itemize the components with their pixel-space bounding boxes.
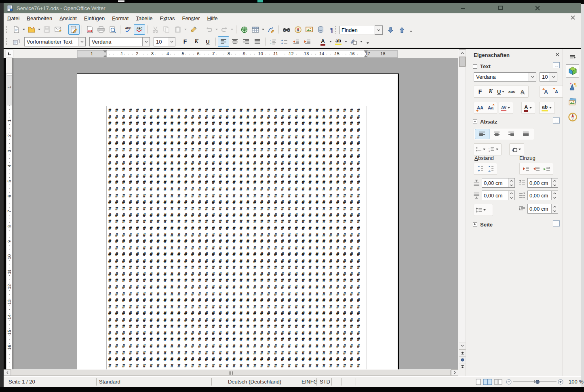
zoom-out-icon[interactable]: [506, 379, 512, 385]
align-right-button[interactable]: [240, 36, 252, 47]
paragraph-dialog-launcher-icon[interactable]: [553, 117, 560, 124]
auto-spellcheck-button[interactable]: ABC: [134, 24, 145, 35]
sidebar-align-center-button[interactable]: [489, 129, 504, 139]
find-dropdown[interactable]: [375, 25, 383, 35]
navigator-button[interactable]: [292, 24, 304, 35]
italic-button[interactable]: K: [191, 36, 202, 47]
document-page[interactable]: # # # # # # # # # # # # # # # # # # # # …: [77, 73, 399, 369]
navigate-by-button[interactable]: [459, 356, 466, 363]
vertical-scrollbar-thumb[interactable]: [459, 57, 466, 67]
data-sources-button[interactable]: [315, 24, 326, 35]
zoom-slider-thumb[interactable]: [536, 380, 540, 384]
tab-gallery[interactable]: [566, 95, 579, 108]
scroll-up-button[interactable]: [459, 49, 466, 57]
spin-down[interactable]: [508, 183, 514, 187]
numbered-list-button[interactable]: III: [268, 36, 279, 47]
status-zoom-level[interactable]: 100 %: [569, 379, 584, 385]
menu-fenster[interactable]: Fenster: [178, 14, 203, 23]
lowercase-button[interactable]: Aa: [485, 103, 496, 113]
collapse-icon[interactable]: [473, 119, 477, 124]
horizontal-scrollbar[interactable]: [4, 369, 458, 376]
chevron-down-icon[interactable]: [78, 38, 85, 46]
scroll-left-button[interactable]: [4, 369, 11, 376]
sidebar-font-size-combo[interactable]: 10: [540, 72, 557, 82]
text-shadow-button[interactable]: A: [517, 86, 527, 97]
insert-table-dropdown[interactable]: [262, 29, 264, 30]
background-color-button[interactable]: [348, 36, 359, 47]
numbered-list-dropdown[interactable]: [496, 149, 498, 150]
redo-button[interactable]: [219, 24, 230, 35]
decrease-indent-button[interactable]: [290, 36, 301, 47]
paragraph-style-combo[interactable]: Vorformatierter Text: [24, 37, 86, 46]
font-size-combo[interactable]: 10: [154, 37, 175, 46]
styles-button[interactable]: [11, 36, 22, 47]
line-spacing-dropdown[interactable]: [483, 209, 486, 211]
bullet-list-button[interactable]: [279, 36, 290, 47]
sidebar-underline-button[interactable]: U: [496, 86, 506, 97]
hash-block[interactable]: # # # # # # # # # # # # # # # # # # # # …: [106, 106, 367, 369]
toolbar-grip[interactable]: [6, 38, 8, 45]
switch-indent-button[interactable]: [542, 164, 552, 174]
export-pdf-button[interactable]: PDF: [84, 24, 95, 35]
zoom-slider-track[interactable]: [513, 382, 557, 382]
close-document-icon[interactable]: [571, 15, 575, 20]
expand-icon[interactable]: [473, 222, 477, 227]
chevron-down-icon[interactable]: [550, 73, 557, 81]
sidebar-bullet-list-button[interactable]: [475, 144, 487, 155]
page-dialog-launcher-icon[interactable]: [553, 220, 560, 226]
sidebar-highlight-dropdown[interactable]: [549, 107, 552, 109]
spin-up[interactable]: [508, 178, 514, 183]
shrink-font-button[interactable]: A: [551, 86, 562, 97]
status-page-number[interactable]: Seite 1 / 20: [8, 379, 35, 385]
page-section-header[interactable]: Seite: [473, 222, 493, 228]
draw-functions-button[interactable]: [265, 24, 276, 35]
below-paragraph-spacing-field[interactable]: 0,00 cm: [482, 191, 515, 200]
view-multiple-pages-icon[interactable]: [483, 379, 492, 385]
sidebar-font-name-combo[interactable]: Verdana: [474, 72, 536, 82]
find-previous-button[interactable]: [396, 25, 407, 35]
sidebar-close-icon[interactable]: [555, 52, 559, 57]
new-document-button[interactable]: [11, 24, 22, 35]
page-preview-button[interactable]: [107, 24, 118, 35]
sidebar-align-justify-button[interactable]: [519, 129, 533, 139]
line-spacing-button[interactable]: [475, 205, 488, 215]
cut-button[interactable]: [150, 24, 161, 35]
align-justify-button[interactable]: [252, 36, 263, 47]
horizontal-ruler[interactable]: 1123456789101112131415161718: [77, 50, 398, 58]
spin-up[interactable]: [552, 191, 558, 195]
spin-up[interactable]: [552, 178, 558, 183]
sidebar-highlight-button[interactable]: ab: [540, 103, 554, 113]
document-canvas[interactable]: # # # # # # # # # # # # # # # # # # # # …: [13, 58, 458, 369]
highlight-button[interactable]: ab: [333, 36, 344, 47]
highlight-dropdown[interactable]: [345, 41, 347, 42]
right-indent-marker-top[interactable]: [364, 50, 368, 53]
paragraph-section-header[interactable]: Absatz: [473, 119, 498, 125]
horizontal-scrollbar-thumb[interactable]: [11, 370, 451, 376]
scroll-down-button[interactable]: [459, 342, 466, 349]
save-button[interactable]: [41, 24, 53, 35]
toolbar-grip[interactable]: [6, 26, 8, 33]
align-center-button[interactable]: [229, 36, 240, 47]
spin-down[interactable]: [508, 195, 514, 200]
menu-format[interactable]: Format: [108, 14, 132, 23]
spin-down[interactable]: [552, 195, 558, 200]
insert-table-button[interactable]: [250, 24, 261, 35]
status-language[interactable]: Deutsch (Deutschland): [211, 379, 298, 385]
font-color-button[interactable]: A: [317, 36, 329, 47]
find-toolbar-grip[interactable]: [335, 26, 337, 34]
minimize-button[interactable]: [454, 3, 472, 13]
format-paintbrush-button[interactable]: [188, 24, 199, 35]
email-button[interactable]: [53, 24, 64, 35]
spin-down[interactable]: [552, 209, 558, 213]
find-replace-button[interactable]: [281, 24, 292, 35]
sidebar-align-left-button[interactable]: [475, 129, 489, 139]
paragraph-background-button[interactable]: [510, 144, 523, 155]
undo-button[interactable]: [203, 24, 215, 35]
new-document-dropdown[interactable]: [23, 29, 25, 30]
strikethrough-button[interactable]: ABC: [506, 86, 517, 97]
left-indent-marker-top[interactable]: [103, 50, 107, 53]
view-book-icon[interactable]: [494, 379, 502, 385]
scroll-right-button[interactable]: [451, 369, 458, 376]
tab-styles[interactable]: [566, 80, 579, 93]
edit-mode-button[interactable]: [68, 24, 80, 35]
